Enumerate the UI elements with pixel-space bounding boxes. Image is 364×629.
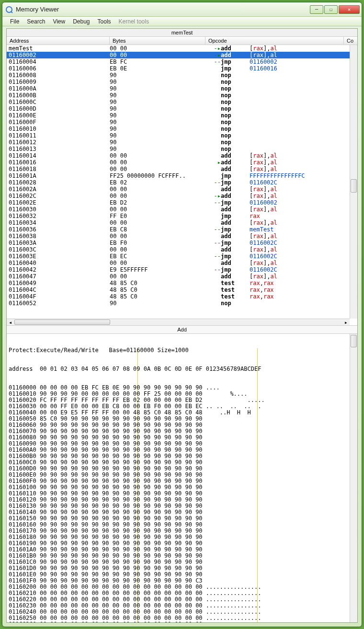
col-address[interactable]: Address — [7, 37, 110, 45]
col-bytes[interactable]: Bytes — [110, 37, 205, 45]
hscroll-thumb[interactable] — [14, 320, 110, 325]
disasm-row[interactable]: 01160004EB FC--jmp01160002 — [7, 58, 350, 65]
disasm-row[interactable]: 0116001390nop — [7, 146, 350, 152]
close-button[interactable]: ✕ — [339, 5, 360, 14]
disasm-row[interactable]: 0116004700 00add[rax],al — [7, 273, 350, 280]
window-title: Memory Viewer — [16, 6, 309, 13]
disasm-row[interactable]: 0116001AFF25 00000000 FCFFFF..jmpFFFFFFF… — [7, 172, 350, 179]
menubar: File Search View Debug Tools Kernel tool… — [2, 17, 362, 26]
disasm-row[interactable]: 01160036EB C8--jmpmemTest — [7, 226, 350, 233]
disasm-hscrollbar[interactable]: ◂▸ — [7, 319, 350, 325]
disasm-row[interactable]: 0116000E90nop — [7, 112, 350, 119]
disasm-row[interactable]: 0116001400 00add[rax],al — [7, 152, 350, 159]
disasm-row[interactable]: 0116001800 00add[rax],al — [7, 166, 350, 172]
disasm-row[interactable]: 0116003AEB F0--jmp0116002C — [7, 240, 350, 246]
disasm-row[interactable]: 01160028EB 02--jmp0116002C — [7, 179, 350, 186]
disasm-row[interactable]: 0116000990nop — [7, 79, 350, 85]
disasm-row[interactable]: 0116000B90nop — [7, 92, 350, 99]
menu-file[interactable]: File — [6, 18, 23, 25]
disasm-row[interactable]: 0116001190nop — [7, 132, 350, 139]
disasm-vscrollbar[interactable] — [350, 45, 357, 319]
hex-view[interactable]: Protect:Execute/Read/Write Base=01160000… — [7, 334, 357, 622]
titlebar[interactable]: Memory Viewer ─ ☐ ✕ — [2, 2, 362, 17]
disasm-row[interactable]: 0116002C00 00-▸add[rax],al — [7, 193, 350, 199]
disasm-row[interactable]: 0116004000 00add[rax],al — [7, 260, 350, 266]
hex-row[interactable]: 01160260 00 00 00 00 00 00 00 00 00 00 0… — [9, 621, 350, 622]
memory-viewer-window: Memory Viewer ─ ☐ ✕ File Search View Deb… — [2, 2, 362, 627]
disasm-row[interactable]: 0116003800 00add[rax],al — [7, 233, 350, 240]
disasm-label[interactable]: memTest — [7, 29, 357, 37]
disasm-row[interactable]: 0116003EEB EC--jmp0116002C — [7, 253, 350, 260]
disasm-row[interactable]: 0116000890nop — [7, 72, 350, 79]
add-button[interactable]: Add — [7, 325, 357, 334]
svg-line-1 — [11, 11, 12, 13]
disasm-row[interactable]: 0116004C48 85 C0testrax,rax — [7, 286, 350, 293]
disasm-row[interactable]: 01160006EB 0Ejmp01160016 — [7, 65, 350, 72]
disasm-row[interactable]: 0116002EEB D2--jmp01160002 — [7, 199, 350, 206]
disasm-row[interactable]: 01160042E9 E5FFFFFF--jmp0116002C — [7, 266, 350, 273]
maximize-button[interactable]: ☐ — [324, 5, 338, 14]
window-buttons: ─ ☐ ✕ — [309, 5, 360, 14]
disasm-row[interactable]: 0116003400 00add[rax],al — [7, 219, 350, 226]
disasm-row[interactable]: 0116004948 85 C0testrax,rax — [7, 280, 350, 286]
hex-vscrollbar[interactable] — [350, 334, 357, 622]
hex-protect-line: Protect:Execute/Read/Write Base=01160000… — [9, 347, 350, 354]
disasm-row[interactable]: memTest00 00-▸add[rax],al — [7, 45, 350, 52]
disassembly-view[interactable]: memTest00 00-▸add[rax],al0116000200 00-▸… — [7, 45, 357, 325]
disasm-row[interactable]: 0116001090nop — [7, 126, 350, 132]
col-comment[interactable]: Co — [344, 37, 357, 45]
vscroll-thumb[interactable] — [351, 179, 357, 193]
app-icon — [5, 6, 13, 13]
disasm-row[interactable]: 0116002A00 00add[rax],al — [7, 186, 350, 193]
menu-kernel-tools: Kernel tools — [115, 18, 153, 25]
content-area: memTest Address Bytes Opcode Co memTest0… — [6, 28, 358, 623]
col-opcode[interactable]: Opcode — [205, 37, 344, 45]
disasm-row[interactable]: 0116004F48 85 C0testrax,rax — [7, 293, 350, 300]
menu-tools[interactable]: Tools — [94, 18, 115, 25]
disasm-row[interactable]: 0116000D90nop — [7, 105, 350, 112]
menu-debug[interactable]: Debug — [69, 18, 93, 25]
disasm-row[interactable]: 0116000C90nop — [7, 99, 350, 105]
disasm-row[interactable]: 0116000A90nop — [7, 85, 350, 92]
menu-search[interactable]: Search — [23, 18, 49, 25]
minimize-button[interactable]: ─ — [310, 5, 323, 14]
disasm-header[interactable]: Address Bytes Opcode Co — [7, 37, 357, 45]
disasm-row[interactable]: 01160032FF E0jmprax — [7, 213, 350, 219]
disasm-row[interactable]: 0116001290nop — [7, 139, 350, 146]
menu-view[interactable]: View — [49, 18, 69, 25]
disasm-row[interactable]: 0116000200 00-▸add[rax],al — [7, 52, 350, 58]
hex-header-line: address 00 01 02 03 04 05 06 07 08 09 0A… — [9, 366, 350, 372]
disasm-row[interactable]: 0116003000 00add[rax],al — [7, 206, 350, 213]
disasm-row[interactable]: 0116001600 00▸add[rax],al — [7, 159, 350, 166]
disasm-row[interactable]: 0116003C00 00add[rax],al — [7, 246, 350, 253]
hex-vscroll-thumb[interactable] — [351, 335, 357, 347]
disasm-row[interactable]: 0116005290nop — [7, 300, 350, 307]
disasm-row[interactable]: 0116000F90nop — [7, 119, 350, 126]
